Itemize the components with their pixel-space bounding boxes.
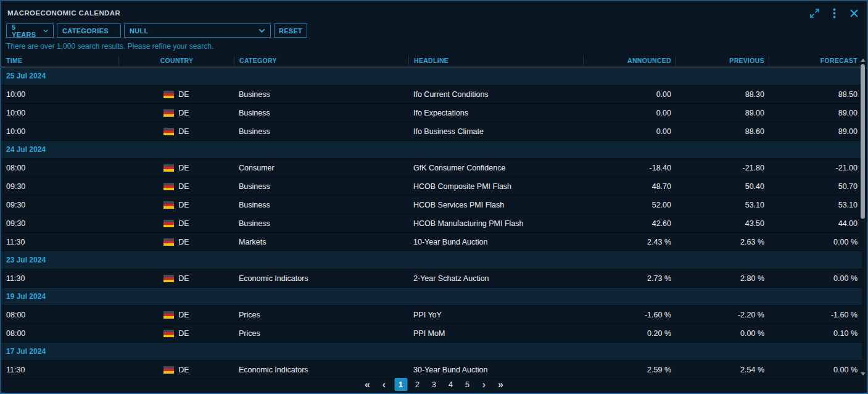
germany-flag-icon: [163, 91, 174, 98]
table-row[interactable]: 09:30 DE Business HCOB Manufacturing PMI…: [1, 214, 862, 233]
cell-announced: 42.60: [583, 219, 676, 228]
table-row[interactable]: 08:00 DE Prices PPI MoM 0.20 % 0.00 % 0.…: [1, 324, 862, 343]
cell-headline: Ifo Business Climate: [408, 127, 583, 136]
cell-time: 11:30: [1, 238, 118, 246]
page-title: MACROECONOMIC CALENDAR: [7, 9, 120, 17]
cell-country: DE: [118, 109, 234, 117]
cell-time: 09:30: [1, 201, 118, 209]
table-row[interactable]: 11:30 DE Markets 10-Year Bund Auction 2.…: [1, 233, 862, 251]
cell-forecast: 50.70: [769, 182, 862, 191]
date-group-row[interactable]: 23 Jul 2024: [1, 251, 862, 269]
column-header-previous[interactable]: PREVIOUS: [676, 56, 769, 65]
cell-category: Business: [234, 219, 408, 228]
cell-time: 09:30: [1, 219, 118, 228]
pagination-first-button[interactable]: «: [361, 378, 374, 391]
pagination-page-4[interactable]: 4: [444, 378, 457, 391]
cell-announced: 52.00: [583, 201, 676, 209]
date-group-row[interactable]: 17 Jul 2024: [1, 343, 862, 361]
column-header-headline[interactable]: HEADLINE: [408, 56, 583, 65]
cell-previous: 88.30: [676, 90, 769, 99]
table-row[interactable]: 10:00 DE Business Ifo Current Conditions…: [1, 85, 862, 104]
column-header-category[interactable]: CATEGORY: [234, 56, 408, 65]
cell-category: Prices: [234, 311, 408, 319]
search-select[interactable]: NULL: [124, 23, 271, 38]
period-select[interactable]: 5 YEARS: [6, 23, 54, 38]
cell-previous: -2.20 %: [676, 311, 769, 319]
germany-flag-icon: [163, 238, 174, 246]
table-row[interactable]: 11:30 DE Economic Indicators 30-Year Bun…: [1, 361, 862, 379]
cell-time: 11:30: [1, 366, 118, 374]
cell-forecast: 0.00 %: [769, 238, 862, 246]
cell-headline: 2-Year Schatz Auction: [408, 274, 583, 283]
country-code: DE: [178, 311, 189, 319]
country-code: DE: [178, 182, 189, 191]
pagination-page-2[interactable]: 2: [411, 378, 424, 391]
germany-flag-icon: [163, 366, 174, 374]
cell-headline: HCOB Composite PMI Flash: [408, 182, 583, 191]
pagination-last-button[interactable]: »: [494, 378, 507, 391]
cell-country: DE: [118, 238, 234, 246]
pagination-page-5[interactable]: 5: [461, 378, 474, 391]
table-row[interactable]: 10:00 DE Business Ifo Expectations 0.00 …: [1, 104, 862, 122]
cell-country: DE: [118, 274, 234, 283]
scrollbar-thumb[interactable]: [861, 64, 865, 219]
cell-category: Economic Indicators: [234, 274, 408, 283]
pagination-page-3[interactable]: 3: [428, 378, 440, 391]
date-group-row[interactable]: 24 Jul 2024: [1, 141, 862, 159]
table-row[interactable]: 09:30 DE Business HCOB Composite PMI Fla…: [1, 177, 862, 196]
chevron-down-icon: [115, 29, 115, 33]
cell-previous: 2.54 %: [676, 366, 769, 374]
cell-country: DE: [118, 127, 234, 136]
date-group-label: 24 Jul 2024: [6, 145, 46, 154]
cell-forecast: 89.00: [769, 127, 862, 136]
cell-country: DE: [118, 201, 234, 209]
reset-button[interactable]: RESET: [274, 23, 307, 38]
cell-time: 08:00: [1, 164, 118, 172]
date-group-row[interactable]: 25 Jul 2024: [1, 67, 862, 85]
pagination-page-1[interactable]: 1: [394, 378, 407, 391]
filter-toolbar: 5 YEARS CATEGORIES NULL RESET: [1, 21, 867, 38]
cell-announced: -18.40: [583, 164, 676, 172]
expand-icon[interactable]: [809, 7, 820, 19]
column-header-time[interactable]: TIME: [1, 56, 118, 65]
germany-flag-icon: [163, 275, 174, 282]
search-results-notice: There are over 1,000 search results. Ple…: [1, 38, 867, 54]
date-group-label: 19 Jul 2024: [6, 292, 46, 301]
cell-headline: HCOB Manufacturing PMI Flash: [408, 219, 583, 228]
pagination-prev-button[interactable]: ‹: [378, 378, 391, 391]
scroll-down-arrow-icon[interactable]: [861, 372, 866, 375]
germany-flag-icon: [163, 164, 174, 172]
date-group-row[interactable]: 19 Jul 2024: [1, 288, 862, 306]
germany-flag-icon: [163, 109, 174, 117]
close-icon[interactable]: [848, 7, 859, 19]
vertical-scrollbar[interactable]: [860, 59, 866, 388]
table-row[interactable]: 08:00 DE Consumer GfK Consumer Confidenc…: [1, 159, 862, 177]
column-header-forecast[interactable]: FORECAST: [769, 56, 862, 65]
table-row[interactable]: 10:00 DE Business Ifo Business Climate 0…: [1, 122, 862, 141]
scroll-up-arrow-icon[interactable]: [861, 59, 866, 62]
titlebar-icons: [809, 7, 859, 19]
categories-select[interactable]: CATEGORIES: [57, 23, 121, 38]
cell-announced: 48.70: [583, 182, 676, 191]
cell-forecast: -1.60 %: [769, 311, 862, 319]
date-group-label: 17 Jul 2024: [6, 347, 46, 356]
cell-forecast: 89.00: [769, 109, 862, 117]
cell-announced: 0.00: [583, 127, 676, 136]
table-row[interactable]: 09:30 DE Business HCOB Services PMI Flas…: [1, 196, 862, 214]
cell-time: 11:30: [1, 274, 118, 283]
cell-headline: 30-Year Bund Auction: [408, 366, 583, 374]
cell-previous: 2.80 %: [676, 274, 769, 283]
pagination-next-button[interactable]: ›: [477, 378, 490, 391]
country-code: DE: [178, 366, 189, 374]
cell-time: 08:00: [1, 329, 118, 338]
table-row[interactable]: 11:30 DE Economic Indicators 2-Year Scha…: [1, 269, 862, 288]
menu-kebab-icon[interactable]: [829, 7, 840, 19]
cell-previous: 2.63 %: [676, 238, 769, 246]
table-body: 25 Jul 2024 10:00 DE Business Ifo Curren…: [1, 67, 867, 379]
column-header-country[interactable]: COUNTRY: [118, 56, 234, 65]
country-code: DE: [178, 329, 189, 338]
country-code: DE: [178, 274, 189, 283]
cell-category: Business: [234, 182, 408, 191]
column-header-announced[interactable]: ANNOUNCED: [583, 56, 676, 65]
table-row[interactable]: 08:00 DE Prices PPI YoY -1.60 % -2.20 % …: [1, 306, 862, 324]
